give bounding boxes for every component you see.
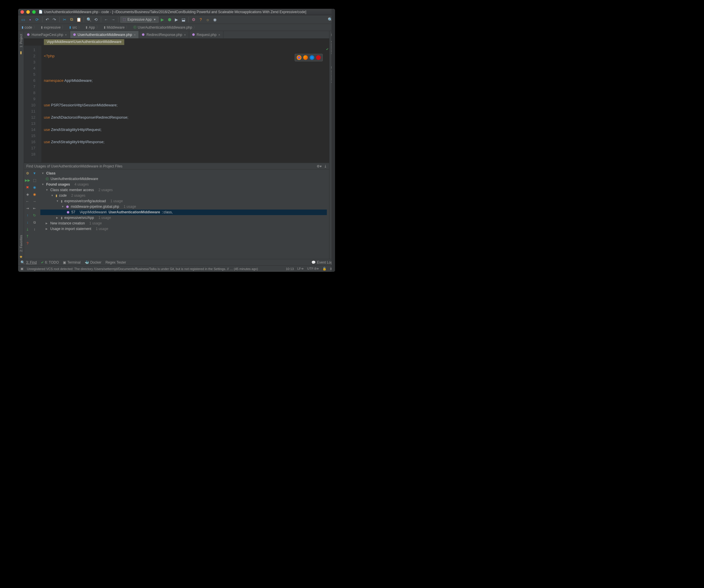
tree-csma[interactable]: ▼Class static member access 2 usages bbox=[40, 187, 327, 193]
redo-icon[interactable]: ↷ bbox=[51, 16, 58, 23]
chrome-icon[interactable] bbox=[297, 55, 301, 60]
find-icon[interactable]: 🔍 bbox=[86, 16, 92, 23]
tree-path2[interactable]: ▶▮expressive/src/App 1 usage bbox=[40, 215, 327, 221]
title-file-icon: 📄 bbox=[39, 10, 43, 14]
expand-icon[interactable]: ⇥ bbox=[25, 206, 30, 211]
sync-icon[interactable]: ⟳ bbox=[34, 16, 40, 23]
readonly-icon[interactable]: 🔓 bbox=[322, 267, 327, 271]
collapse-icon[interactable]: ⇤ bbox=[32, 206, 37, 211]
breadcrumb-app[interactable]: ▮App〉 bbox=[84, 24, 101, 30]
run-icon[interactable]: ▶ bbox=[159, 16, 166, 23]
zoom-window-button[interactable] bbox=[32, 10, 36, 14]
close-icon[interactable]: × bbox=[218, 33, 220, 37]
close-icon[interactable]: × bbox=[65, 33, 67, 37]
remove-icon[interactable]: ? bbox=[25, 241, 30, 246]
close-icon[interactable]: × bbox=[134, 33, 136, 37]
import-icon[interactable]: ⤒ bbox=[25, 234, 30, 239]
tab-userauth[interactable]: ⬢UserAuthenticationMiddleware.php× bbox=[70, 31, 139, 38]
breadcrumb-code[interactable]: ▮code〉 bbox=[20, 24, 39, 30]
export-icon[interactable]: ⤓ bbox=[324, 164, 327, 168]
help-icon[interactable]: ? bbox=[198, 16, 204, 23]
structure-crumb[interactable]: \App\Middleware\UserAuthenticationMiddle… bbox=[44, 39, 124, 45]
open-icon[interactable]: ▭ bbox=[20, 16, 26, 23]
tree-file1[interactable]: ▼⬢middleware-pipeline.global.php 1 usage bbox=[40, 204, 327, 209]
breadcrumb-middleware[interactable]: ▮Middleware〉 bbox=[102, 24, 131, 30]
inspection-ok-icon: ✔ bbox=[326, 46, 329, 52]
encoding[interactable]: UTF-8≑ bbox=[307, 267, 319, 271]
filter-icon[interactable]: ▼ bbox=[32, 171, 37, 176]
find-tab[interactable]: 🔍3: Find bbox=[20, 260, 37, 264]
breadcrumb-file[interactable]: ⓒUserAuthenticationMiddleware.php〉 bbox=[131, 24, 198, 30]
up-icon[interactable]: ↑ bbox=[25, 213, 30, 218]
todo-tab[interactable]: ✔6: TODO bbox=[41, 260, 59, 264]
undo-icon[interactable]: ↶ bbox=[44, 16, 51, 23]
listen-icon[interactable]: ☼ bbox=[204, 16, 211, 23]
tab-homepage[interactable]: ⬢HomePageCest.php× bbox=[24, 31, 70, 38]
project-tab[interactable]: 1: Project bbox=[19, 32, 23, 49]
tab-request[interactable]: ⬢Request.php× bbox=[189, 31, 224, 38]
favorites-tab[interactable]: 2: Favorites bbox=[19, 233, 23, 253]
coverage-icon[interactable]: ▶ bbox=[173, 16, 180, 23]
code-editor[interactable]: <?php namespace App\Middleware; use PSR7… bbox=[42, 46, 329, 162]
back-icon[interactable]: ← bbox=[103, 16, 109, 23]
eventlog-tab[interactable]: 💬Event Log bbox=[311, 260, 333, 264]
regex-tab[interactable]: Regex Tester bbox=[106, 260, 126, 264]
run-config-dropdown[interactable]: ⬚ Expressive App ▼ bbox=[120, 16, 159, 23]
save-icon[interactable]: ▪ bbox=[27, 16, 33, 23]
down-icon[interactable]: ↓ bbox=[25, 220, 30, 225]
tree-classname[interactable]: ⓒUserAuthenticationMiddleware bbox=[40, 176, 327, 182]
scope-icon[interactable]: ◉ bbox=[32, 185, 37, 190]
line-separator[interactable]: LF≑ bbox=[297, 267, 304, 271]
docker-tab[interactable]: 🐳Docker bbox=[85, 260, 102, 264]
search-everywhere-icon[interactable]: ◉ bbox=[212, 16, 218, 23]
sort-icon[interactable]: ↕ bbox=[32, 227, 37, 232]
export-icon[interactable]: ⤓ bbox=[25, 227, 30, 232]
tree-nic[interactable]: ▶New instance creation 1 usage bbox=[40, 221, 327, 226]
tree-imp[interactable]: ▶Usage in import statement 1 usage bbox=[40, 226, 327, 232]
debug-icon[interactable]: ⬢ bbox=[166, 16, 173, 23]
tree-code[interactable]: ▼▮code 2 usages bbox=[40, 193, 327, 198]
settings-icon[interactable]: ⚙ bbox=[191, 16, 197, 23]
fold-column[interactable] bbox=[38, 46, 42, 162]
marker-bar[interactable] bbox=[332, 9, 335, 272]
status-message: Unregistered VCS root detected: The dire… bbox=[27, 267, 282, 271]
php-icon: ⬢ bbox=[27, 33, 30, 37]
minimize-window-button[interactable] bbox=[26, 10, 30, 14]
close-window-button[interactable] bbox=[20, 10, 24, 14]
breadcrumb-expressive[interactable]: ▮expressive〉 bbox=[39, 24, 67, 30]
usages-tree[interactable]: ▼Class ⓒUserAuthenticationMiddleware ▼Fo… bbox=[38, 170, 329, 259]
find-toolbar-2: ▼ ⬚ ◉ ◉ → ⇤ ↻ ⧉ ↕ bbox=[31, 170, 38, 259]
safari-icon[interactable] bbox=[310, 55, 314, 60]
caret-position[interactable]: 10:13 bbox=[286, 267, 294, 271]
find-header: Find Usages of UserAuthenticationMiddlew… bbox=[24, 163, 329, 170]
tree-found[interactable]: ▼Found usages 4 usages bbox=[40, 182, 327, 187]
forward-icon[interactable]: → bbox=[110, 16, 116, 23]
prev-icon[interactable]: ← bbox=[25, 199, 30, 204]
rerun-icon[interactable]: ▶▶ bbox=[25, 178, 30, 183]
pin-icon[interactable]: ◈ bbox=[25, 192, 30, 197]
tree-path1[interactable]: ▼▮expressive/config/autoload 1 usage bbox=[40, 198, 327, 204]
replace-icon[interactable]: ⟲ bbox=[93, 16, 99, 23]
module-icon[interactable]: ◉ bbox=[32, 192, 37, 197]
stop-icon[interactable]: ✖ bbox=[25, 185, 30, 190]
next-icon[interactable]: → bbox=[32, 199, 37, 204]
group-icon[interactable]: ⬚ bbox=[32, 178, 37, 183]
tree-class[interactable]: ▼Class bbox=[40, 171, 327, 176]
line-gutter: 123456789101112131415161718 bbox=[24, 46, 38, 162]
breadcrumb-src[interactable]: ▮src〉 bbox=[67, 24, 83, 30]
terminal-tab[interactable]: ▣Terminal bbox=[63, 260, 80, 264]
copy-icon[interactable]: ⧉ bbox=[68, 16, 75, 23]
opera-icon[interactable] bbox=[316, 55, 321, 60]
gear-icon[interactable]: ⚙▾ bbox=[316, 164, 321, 168]
paste-icon[interactable]: 📋 bbox=[75, 16, 82, 23]
cut-icon[interactable]: ✂ bbox=[61, 16, 68, 23]
settings-icon[interactable]: ⚙ bbox=[25, 171, 30, 176]
stop-icon[interactable]: ⬓ bbox=[180, 16, 187, 23]
autoscroll-icon[interactable]: ↻ bbox=[32, 213, 37, 218]
firefox-icon[interactable] bbox=[303, 55, 308, 60]
tree-usage-line[interactable]: ⬢57 \App\Middleware\UserAuthenticationMi… bbox=[40, 209, 327, 215]
tab-redirect[interactable]: ⬢RedirectResponse.php× bbox=[139, 31, 189, 38]
statusbar-icon[interactable]: ▣ bbox=[20, 267, 23, 271]
close-icon[interactable]: × bbox=[184, 33, 186, 37]
preview-icon[interactable]: ⧉ bbox=[32, 220, 37, 225]
